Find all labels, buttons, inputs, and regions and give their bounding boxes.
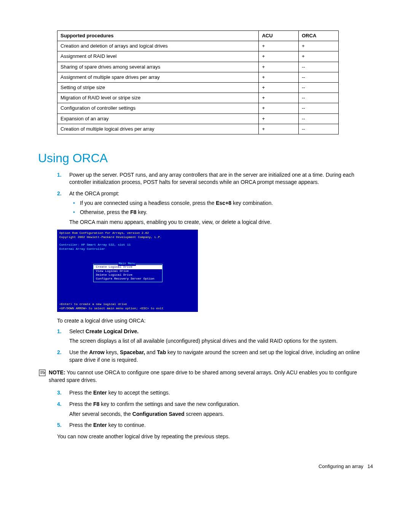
cell-orca: -- (299, 113, 339, 124)
cell-orca: -- (299, 124, 339, 134)
orca-steps-list: 1. Power up the server. POST runs, and a… (38, 171, 373, 226)
shot-menu-delete: Delete Logical Drive (94, 273, 162, 277)
page-footer: Configuring an array 14 (38, 463, 373, 470)
cell-proc: Expansion of an array (57, 113, 259, 124)
cell-proc: Assignment of multiple spare drives per … (57, 72, 259, 82)
cell-orca: + (299, 41, 339, 51)
cstep-5: 5. Press the Enter key to continue. (57, 422, 373, 429)
step-1-text: Power up the server. POST runs, and any … (69, 172, 354, 185)
table-row: Assignment of RAID level++ (57, 51, 339, 62)
cell-orca: -- (299, 62, 339, 72)
cell-proc: Setting of stripe size (57, 82, 259, 93)
table-row: Migration of RAID level or stripe size+-… (57, 93, 339, 103)
cell-acu: + (259, 103, 299, 113)
cell-proc: Migration of RAID level or stripe size (57, 93, 259, 103)
cell-acu: + (259, 93, 299, 103)
step-number: 3. (57, 389, 62, 397)
note-block: NOTE: You cannot use ORCA to configure o… (38, 369, 373, 384)
step-2-lead: At the ORCA prompt: (69, 190, 119, 197)
cell-orca: -- (299, 103, 339, 113)
proc-table-body: Creation and deletion of arrays and logi… (57, 41, 339, 134)
th-acu: ACU (259, 31, 299, 41)
cell-acu: + (259, 51, 299, 62)
cell-proc: Sharing of spare drives among several ar… (57, 62, 259, 72)
table-row: Creation and deletion of arrays and logi… (57, 41, 339, 51)
cell-acu: + (259, 113, 299, 124)
cell-proc: Creation and deletion of arrays and logi… (57, 41, 259, 51)
table-row: Expansion of an array+-- (57, 113, 339, 124)
shot-line4: External Array Controller (59, 247, 196, 251)
cell-acu: + (259, 82, 299, 93)
cell-orca: -- (299, 93, 339, 103)
cstep-4: 4. Press the F8 key to confirm the setti… (57, 401, 373, 418)
cell-proc: Assignment of RAID level (57, 51, 259, 62)
shot-menu-create: Create Logical Drive (94, 265, 162, 269)
step-1: 1. Power up the server. POST runs, and a… (57, 171, 373, 186)
shot-menu: Main Menu Create Logical Drive View Logi… (93, 264, 162, 282)
create-steps-list-2: 3. Press the Enter key to accept the set… (38, 389, 373, 429)
step-number: 5. (57, 422, 62, 429)
table-row: Creation of multiple logical drives per … (57, 124, 339, 134)
cell-orca: + (299, 51, 339, 62)
th-orca: ORCA (299, 31, 339, 41)
table-row: Sharing of spare drives among several ar… (57, 62, 339, 72)
cell-acu: + (259, 124, 299, 134)
supported-procedures-table: Supported procedures ACU ORCA Creation a… (57, 30, 339, 134)
shot-line2: Copyright 2002 Hewlett-Packard Developme… (59, 235, 196, 239)
table-row: Assignment of multiple spare drives per … (57, 72, 339, 82)
note-icon (38, 369, 46, 378)
step-number: 1. (57, 328, 62, 335)
step-number: 1. (57, 171, 62, 179)
step-2: 2. At the ORCA prompt: If you are connec… (57, 190, 373, 226)
bullet-f8: Otherwise, press the F8 key. (80, 209, 373, 216)
cstep-4-after: After several seconds, the Configuration… (69, 411, 373, 418)
cstep-3: 3. Press the Enter key to accept the set… (57, 389, 373, 397)
cell-orca: -- (299, 72, 339, 82)
bullet-esc8: If you are connected using a headless co… (80, 200, 373, 207)
shot-menu-view: View Logical Drive (94, 269, 162, 273)
step-number: 4. (57, 401, 62, 408)
step-2-after: The ORCA main menu appears, enabling you… (69, 219, 373, 226)
cstep-1: 1. Select Create Logical Drive. The scre… (57, 328, 373, 345)
create-intro: To create a logical drive using ORCA: (57, 317, 373, 325)
cell-proc: Creation of multiple logical drives per … (57, 124, 259, 134)
note-text: NOTE: You cannot use ORCA to configure o… (49, 369, 373, 384)
create-steps-list: 1. Select Create Logical Drive. The scre… (38, 328, 373, 364)
table-row: Configuration of controller settings+-- (57, 103, 339, 113)
orca-screenshot: Option Rom Configuration for Arrays, ver… (57, 230, 198, 312)
cell-acu: + (259, 41, 299, 51)
shot-line3: Controller: HP Smart Array 532, slot 11 (59, 243, 196, 247)
closing-text: You can now create another logical drive… (57, 433, 373, 441)
section-heading-using-orca: Using ORCA (38, 150, 373, 167)
cell-orca: -- (299, 82, 339, 93)
th-proc: Supported procedures (57, 31, 259, 41)
cstep-1-after: The screen displays a list of all availa… (69, 337, 373, 345)
step-number: 2. (57, 349, 62, 356)
step-2-bullets: If you are connected using a headless co… (69, 200, 373, 216)
cell-acu: + (259, 72, 299, 82)
shot-menu-recovery: Configure Recovery Server Option (94, 277, 162, 281)
table-row: Setting of stripe size+-- (57, 82, 339, 93)
step-number: 2. (57, 190, 62, 198)
shot-line1: Option Rom Configuration for Arrays, ver… (59, 231, 196, 235)
shot-menu-title: Main Menu (118, 262, 136, 265)
shot-bottom: <Enter> to create a new logical drive <U… (59, 302, 164, 310)
cell-proc: Configuration of controller settings (57, 103, 259, 113)
cstep-2: 2. Use the Arrow keys, Spacebar, and Tab… (57, 349, 373, 364)
cell-acu: + (259, 62, 299, 72)
